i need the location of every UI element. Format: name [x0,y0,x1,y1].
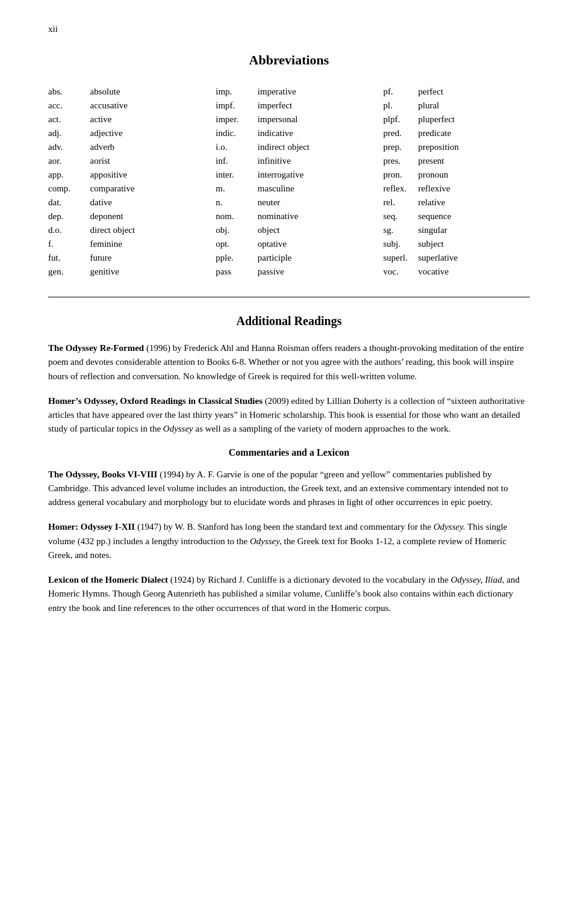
odyssey-italic3: Odyssey, [250,536,282,546]
table-row: d.o.direct objectobj.objectsg.singular [48,223,530,237]
commentaries-title: Commentaries and a Lexicon [48,447,530,458]
page-number: xii [48,24,530,34]
table-row: f.feminineopt.optativesubj.subject [48,237,530,251]
homers-odyssey-text2: as well as a sampling of the variety of … [193,424,451,433]
odyssey-italic2: Odyssey. [434,522,465,532]
table-row: abs.absoluteimp.imperativepf.perfect [48,85,530,99]
lexicon-para: Lexicon of the Homeric Dialect (1924) by… [48,573,530,615]
table-row: dat.dativen.neuterrel.relative [48,196,530,209]
odyssey-reformed-bold: The Odyssey Re-Formed [48,343,144,353]
odyssey-reformed-para: The Odyssey Re-Formed (1996) by Frederic… [48,341,530,383]
table-row: app.appositiveinter.interrogativepron.pr… [48,168,530,182]
abbreviations-table: abs.absoluteimp.imperativepf.perfectacc.… [48,85,530,279]
iliad-italic: Iliad, [485,575,504,584]
additional-readings-title: Additional Readings [48,314,530,328]
homers-odyssey-bold: Homer’s Odyssey, Oxford Readings in Clas… [48,396,263,406]
table-row: adv.adverbi.o.indirect objectprep.prepos… [48,140,530,154]
homer-stanford-bold: Homer: Odyssey I-XII [48,522,135,532]
table-row: adj.adjectiveindic.indicativepred.predic… [48,126,530,140]
odyssey-italic4: Odyssey, [451,575,483,584]
table-row: aor.aoristinf.infinitivepres.present [48,154,530,168]
table-row: act.activeimper.impersonalplpf.pluperfec… [48,113,530,126]
table-row: fut.futurepple.participlesuperl.superlat… [48,251,530,265]
table-row: dep.deponentnom.nominativeseq.sequence [48,209,530,223]
lexicon-bold: Lexicon of the Homeric Dialect [48,575,168,584]
table-row: comp.comparativem.masculinereflex.reflex… [48,182,530,196]
homer-stanford-para: Homer: Odyssey I-XII (1947) by W. B. Sta… [48,520,530,562]
homers-odyssey-para: Homer’s Odyssey, Oxford Readings in Clas… [48,394,530,436]
page-title: Abbreviations [48,52,530,68]
table-row: gen.genitivepasspassivevoc.vocative [48,265,530,279]
homer-stanford-text1: (1947) by W. B. Stanford has long been t… [137,522,434,532]
section-divider [48,297,530,297]
odyssey-books-para: The Odyssey, Books VI-VIII (1994) by A. … [48,468,530,510]
lexicon-text1: (1924) by Richard J. Cunliffe is a dicti… [170,575,451,584]
odyssey-books-bold: The Odyssey, Books VI-VIII [48,470,157,479]
odyssey-italic: Odyssey [163,424,193,433]
table-row: acc.accusativeimpf.imperfectpl.plural [48,99,530,113]
